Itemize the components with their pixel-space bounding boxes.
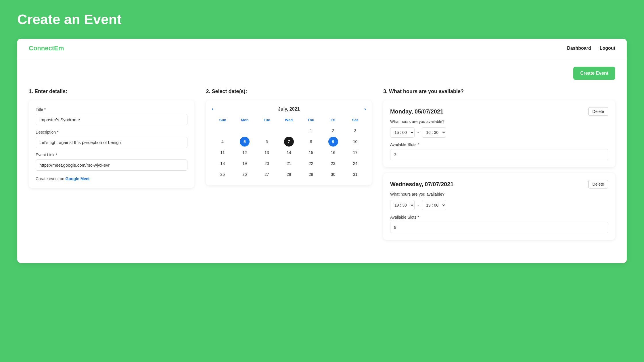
details-card: Title * Description * Event Link * Creat… bbox=[29, 100, 194, 188]
section1-heading: 1. Enter details: bbox=[29, 88, 194, 95]
slot2-avail-question: What hours are you available? bbox=[390, 192, 608, 197]
cal-month: July, 2021 bbox=[278, 107, 300, 112]
cal-cell[interactable]: 27 bbox=[262, 170, 272, 179]
cal-cell[interactable]: 12 bbox=[240, 148, 250, 157]
cal-cell[interactable]: 5 bbox=[240, 137, 250, 147]
cal-grid: 1234567891011121314151617181920212223242… bbox=[212, 126, 366, 180]
logo-green: Em bbox=[54, 45, 64, 52]
cal-cell bbox=[262, 126, 272, 136]
nav-dashboard[interactable]: Dashboard bbox=[567, 46, 591, 51]
cal-cell[interactable]: 30 bbox=[328, 170, 338, 179]
slot2-time-row: 19 : 30 - 19 : 00 bbox=[390, 200, 608, 210]
content-area: Create Event 1. Enter details: Title * D… bbox=[17, 58, 627, 263]
google-meet-text: Create event on bbox=[36, 176, 66, 181]
event-link-label: Event Link * bbox=[36, 153, 187, 157]
slot1-avail-question: What hours are you available? bbox=[390, 119, 608, 124]
cal-cell[interactable]: 22 bbox=[306, 159, 316, 168]
cal-cell[interactable]: 11 bbox=[218, 148, 227, 157]
cal-cell[interactable]: 10 bbox=[350, 137, 360, 147]
slot1-end-time[interactable]: 16 : 30 bbox=[422, 127, 446, 138]
google-meet-row: Create event on Google Meet bbox=[36, 176, 187, 181]
slot2-dash: - bbox=[417, 203, 419, 208]
section-timeslots: 3. What hours are you available? Monday,… bbox=[383, 88, 615, 246]
cal-cell[interactable]: 28 bbox=[284, 170, 294, 179]
section2-heading: 2. Select date(s): bbox=[206, 88, 371, 95]
slot1-dash: - bbox=[417, 130, 419, 135]
slot1-delete-button[interactable]: Delete bbox=[588, 107, 608, 116]
slot2-header: Wednesday, 07/07/2021 Delete bbox=[390, 180, 608, 188]
cal-cell[interactable]: 6 bbox=[262, 137, 272, 147]
cal-cell[interactable]: 16 bbox=[328, 148, 338, 157]
cal-cell[interactable]: 19 bbox=[240, 159, 250, 168]
slot1-start-time[interactable]: 15 : 00 bbox=[390, 127, 415, 138]
page-title: Create an Event bbox=[17, 11, 627, 27]
cal-cell[interactable]: 20 bbox=[262, 159, 272, 168]
description-label: Description * bbox=[36, 130, 187, 134]
main-card: ConnectEm Dashboard Logout Create Event … bbox=[17, 39, 627, 263]
create-event-btn-row: Create Event bbox=[29, 67, 615, 80]
cal-cell[interactable]: 3 bbox=[350, 126, 360, 136]
slot2-date: Wednesday, 07/07/2021 bbox=[390, 181, 454, 188]
cal-cell[interactable]: 29 bbox=[306, 170, 316, 179]
logo: ConnectEm bbox=[29, 45, 64, 52]
slot2-start-time[interactable]: 19 : 30 bbox=[390, 200, 415, 210]
cal-cell bbox=[218, 126, 227, 136]
cal-prev-button[interactable]: ‹ bbox=[212, 106, 213, 112]
cal-cell[interactable]: 18 bbox=[218, 159, 227, 168]
slot1-date: Monday, 05/07/2021 bbox=[390, 108, 443, 115]
day-wed: Wed bbox=[278, 117, 300, 123]
slot1-avail-input[interactable] bbox=[390, 149, 608, 160]
cal-cell[interactable]: 8 bbox=[306, 137, 316, 147]
day-sat: Sat bbox=[344, 117, 366, 123]
cal-cell[interactable]: 25 bbox=[218, 170, 227, 179]
cal-next-button[interactable]: › bbox=[364, 106, 366, 112]
cal-cell[interactable]: 2 bbox=[328, 126, 338, 136]
cal-cell[interactable]: 17 bbox=[350, 148, 360, 157]
logo-black: Connect bbox=[29, 45, 54, 52]
slot1-time-row: 15 : 00 - 16 : 30 bbox=[390, 127, 608, 138]
nav-links: Dashboard Logout bbox=[567, 46, 615, 51]
day-sun: Sun bbox=[212, 117, 234, 123]
cal-cell bbox=[284, 126, 294, 136]
create-event-button[interactable]: Create Event bbox=[573, 67, 615, 80]
navbar: ConnectEm Dashboard Logout bbox=[17, 39, 627, 58]
google-meet-link[interactable]: Google Meet bbox=[66, 176, 90, 181]
day-thu: Thu bbox=[300, 117, 322, 123]
calendar-header: ‹ July, 2021 › bbox=[212, 106, 366, 112]
description-input[interactable] bbox=[36, 137, 187, 148]
slot2-avail-input[interactable] bbox=[390, 222, 608, 233]
cal-cell[interactable]: 7 bbox=[284, 137, 294, 147]
day-tue: Tue bbox=[256, 117, 278, 123]
slot2-delete-button[interactable]: Delete bbox=[588, 180, 608, 188]
cal-cell[interactable]: 13 bbox=[262, 148, 272, 157]
cal-days-header: Sun Mon Tue Wed Thu Fri Sat bbox=[212, 117, 366, 123]
nav-logout[interactable]: Logout bbox=[600, 46, 615, 51]
timeslot-card-1: Monday, 05/07/2021 Delete What hours are… bbox=[383, 100, 615, 167]
slot1-header: Monday, 05/07/2021 Delete bbox=[390, 107, 608, 116]
section-calendar: 2. Select date(s): ‹ July, 2021 › Sun Mo… bbox=[206, 88, 371, 185]
cal-cell bbox=[240, 126, 250, 136]
cal-cell[interactable]: 15 bbox=[306, 148, 316, 157]
cal-cell[interactable]: 26 bbox=[240, 170, 250, 179]
title-input[interactable] bbox=[36, 114, 187, 125]
cal-cell[interactable]: 21 bbox=[284, 159, 294, 168]
slot2-avail-label: Available Slots * bbox=[390, 215, 608, 219]
day-fri: Fri bbox=[322, 117, 344, 123]
sections-row: 1. Enter details: Title * Description * … bbox=[29, 88, 615, 246]
section-details: 1. Enter details: Title * Description * … bbox=[29, 88, 194, 188]
event-link-input[interactable] bbox=[36, 159, 187, 171]
cal-cell[interactable]: 24 bbox=[350, 159, 360, 168]
cal-cell[interactable]: 4 bbox=[218, 137, 227, 147]
cal-cell[interactable]: 23 bbox=[328, 159, 338, 168]
section3-heading: 3. What hours are you available? bbox=[383, 88, 615, 95]
cal-cell[interactable]: 9 bbox=[328, 137, 338, 147]
title-label: Title * bbox=[36, 107, 187, 112]
slot1-avail-label: Available Slots * bbox=[390, 142, 608, 147]
cal-cell[interactable]: 31 bbox=[350, 170, 360, 179]
slot2-end-time[interactable]: 19 : 00 bbox=[422, 200, 446, 210]
cal-cell[interactable]: 14 bbox=[284, 148, 294, 157]
calendar-card: ‹ July, 2021 › Sun Mon Tue Wed Thu Fri S… bbox=[206, 100, 371, 185]
timeslot-card-2: Wednesday, 07/07/2021 Delete What hours … bbox=[383, 173, 615, 240]
day-mon: Mon bbox=[234, 117, 256, 123]
cal-cell[interactable]: 1 bbox=[306, 126, 316, 136]
